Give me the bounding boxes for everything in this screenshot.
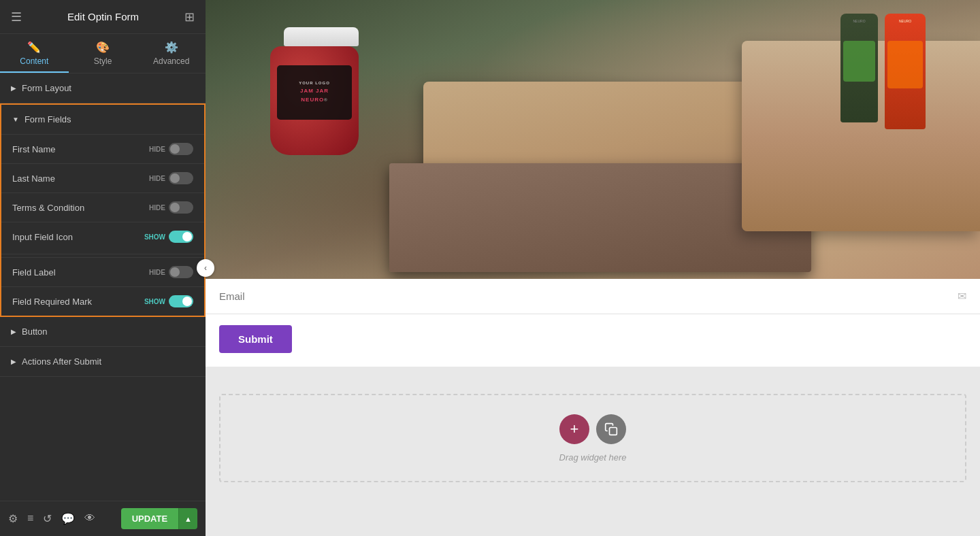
panel-tabs: ✏️ Content 🎨 Style ⚙️ Advanced [0,34,206,73]
jam-jar: YOUR LOGO JAM JAR NEURO® [270,27,359,155]
tab-style[interactable]: 🎨 Style [69,34,137,73]
field-label-toggle-label: HIDE [149,269,165,276]
terms-toggle-knob[interactable] [169,201,193,214]
fields-separator [1,254,204,254]
copy-widget-button[interactable] [596,414,626,444]
jar-lid [284,27,359,46]
last-name-label: Last Name [12,173,55,184]
jar-label-text2: JAM JAR [300,87,329,96]
spacer [206,367,980,380]
terms-toggle-label: HIDE [149,204,165,212]
update-caret-button[interactable]: ▲ [178,508,197,529]
can-1: NEURO [840,14,878,122]
input-icon-toggle-knob[interactable] [169,231,193,243]
field-row-first-name: First Name HIDE [1,134,204,163]
last-name-toggle-knob[interactable] [169,172,193,184]
svg-rect-0 [610,427,617,435]
settings-icon[interactable]: ⚙ [8,512,18,525]
update-group: UPDATE ▲ [121,508,197,529]
first-name-toggle-label: HIDE [149,146,165,153]
last-name-toggle-label: HIDE [149,175,165,182]
actions-label: Actions After Submit [22,356,101,367]
tab-advanced[interactable]: ⚙️ Advanced [137,34,206,73]
section-button[interactable]: ▶ Button [0,317,206,347]
content-icon: ✏️ [27,41,41,54]
field-row-required-mark: Field Required Mark SHOW [1,286,204,316]
right-panel: YOUR LOGO JAM JAR NEURO® NEURO NEURO ✉ [206,0,980,536]
product-cans: NEURO NEURO [840,14,926,129]
layers-icon[interactable]: ≡ [27,512,33,525]
advanced-icon: ⚙️ [165,41,178,54]
jar-label: YOUR LOGO JAM JAR NEURO® [277,65,352,120]
field-row-last-name: Last Name HIDE [1,163,204,192]
panel-title: Edit Optin Form [67,11,139,22]
hamburger-icon[interactable]: ☰ [11,10,22,24]
panel-header: ☰ Edit Optin Form ⊞ [0,0,206,34]
tab-advanced-label: Advanced [153,56,189,66]
tab-content[interactable]: ✏️ Content [0,34,69,73]
required-mark-label: Field Required Mark [12,297,92,307]
required-mark-toggle-label: SHOW [144,298,165,305]
button-section-label: Button [22,326,48,337]
chat-icon[interactable]: 💬 [61,512,75,525]
can-1-label [843,41,875,82]
widget-actions: + [559,414,626,444]
style-icon: 🎨 [96,41,110,54]
update-button[interactable]: UPDATE [121,508,178,529]
button-arrow: ▶ [11,328,16,335]
input-icon-toggle[interactable]: SHOW [144,231,193,243]
first-name-label: First Name [12,144,56,154]
form-layout-label: Form Layout [22,83,71,93]
tab-content-label: Content [20,56,48,66]
field-label-toggle[interactable]: HIDE [149,266,193,278]
history-icon[interactable]: ↺ [43,512,52,525]
required-mark-toggle[interactable]: SHOW [144,295,193,307]
input-icon-toggle-label: SHOW [144,233,165,241]
collapse-chevron-icon: ‹ [204,263,207,273]
can-2: NEURO [885,14,926,129]
eye-icon[interactable]: 👁 [84,512,95,525]
panel-sections: ▶ Form Layout ▼ Form Fields First Name H… [0,73,206,501]
section-form-fields: ▼ Form Fields First Name HIDE Last Name … [0,103,206,317]
add-widget-button[interactable]: + [559,414,589,444]
tab-style-label: Style [94,56,112,66]
panel-collapse-button[interactable]: ‹ [197,259,214,277]
widget-drop-area: + Drag widget here [219,394,966,482]
first-name-toggle-knob[interactable] [169,143,193,155]
terms-toggle[interactable]: HIDE [149,201,193,214]
banner-image: YOUR LOGO JAM JAR NEURO® NEURO NEURO [206,0,980,279]
last-name-toggle[interactable]: HIDE [149,172,193,184]
left-panel: ☰ Edit Optin Form ⊞ ✏️ Content 🎨 Style ⚙… [0,0,206,536]
field-row-field-label: Field Label HIDE [1,257,204,286]
submit-row: Submit [206,314,980,367]
first-name-toggle[interactable]: HIDE [149,143,193,155]
actions-arrow: ▶ [11,358,16,365]
field-row-terms: Terms & Condition HIDE [1,192,204,222]
form-area: ✉ Submit [206,279,980,367]
copy-icon [604,422,618,436]
bottom-bar: ⚙ ≡ ↺ 💬 👁 UPDATE ▲ [0,501,206,536]
form-fields-arrow: ▼ [12,116,19,123]
form-layout-arrow: ▶ [11,84,16,92]
jar-label-text1: YOUR LOGO [299,80,330,87]
email-icon: ✉ [958,290,966,303]
field-row-input-icon: Input Field Icon SHOW [1,222,204,251]
field-label-toggle-knob[interactable] [169,266,193,278]
input-icon-label: Input Field Icon [12,232,73,242]
jar-body: YOUR LOGO JAM JAR NEURO® [270,46,359,155]
required-mark-toggle-knob[interactable] [169,295,193,307]
bottom-icons: ⚙ ≡ ↺ 💬 👁 [8,512,95,525]
form-fields-label: Form Fields [24,114,71,124]
drag-text: Drag widget here [559,452,627,463]
can-2-label [887,41,923,88]
submit-button[interactable]: Submit [219,325,292,353]
form-fields-header[interactable]: ▼ Form Fields [1,105,204,134]
field-label-label: Field Label [12,267,56,278]
grid-icon[interactable]: ⊞ [184,10,195,24]
email-input-row: ✉ [206,279,980,314]
terms-label: Terms & Condition [12,203,84,213]
section-form-layout[interactable]: ▶ Form Layout [0,73,206,103]
jar-label-text3: NEURO® [301,96,327,105]
email-input[interactable] [219,290,958,302]
section-actions[interactable]: ▶ Actions After Submit [0,347,206,377]
